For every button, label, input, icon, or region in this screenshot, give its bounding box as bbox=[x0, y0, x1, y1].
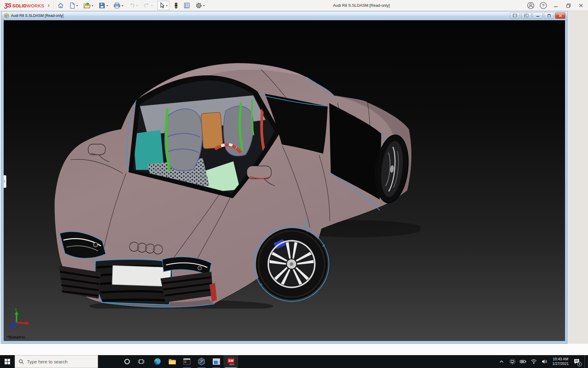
triad-x-label: x bbox=[31, 322, 33, 325]
settings-button[interactable] bbox=[195, 1, 205, 10]
clock-date: 1/27/2021 bbox=[552, 362, 569, 366]
pane-left-toggle-button[interactable] bbox=[510, 12, 520, 19]
app-window-title: Audi R8 S.SLDASM [Read-only] bbox=[333, 3, 390, 8]
pane-right-icon bbox=[524, 14, 528, 17]
options-list-icon bbox=[183, 2, 190, 9]
pane-right-toggle-button[interactable] bbox=[521, 12, 531, 19]
battery-charging-icon bbox=[520, 359, 526, 364]
taskbar-app-file-explorer[interactable] bbox=[165, 355, 179, 368]
display-connect-button[interactable] bbox=[508, 355, 516, 368]
performance-button[interactable] bbox=[173, 1, 179, 10]
print-dropdown[interactable] bbox=[122, 5, 123, 6]
car-wheel-front[interactable] bbox=[256, 229, 327, 299]
taskbar-app-command-prompt[interactable]: C:\ bbox=[179, 355, 194, 368]
restore-icon bbox=[566, 3, 571, 8]
print-button[interactable] bbox=[113, 1, 124, 10]
undo-dropdown[interactable] bbox=[136, 5, 138, 6]
doc-close-icon bbox=[559, 14, 562, 17]
wifi-button[interactable] bbox=[530, 355, 538, 368]
feature-manager-collapsed-tab[interactable] bbox=[4, 175, 6, 188]
car-front-grille[interactable] bbox=[95, 259, 172, 305]
pane-left-icon bbox=[513, 14, 517, 17]
graphics-viewport[interactable]: Y x *Dimetric bbox=[4, 20, 565, 341]
undo-button[interactable] bbox=[128, 1, 139, 10]
app-restore-button[interactable] bbox=[564, 2, 572, 10]
account-icon[interactable] bbox=[527, 2, 535, 10]
document-window-controls bbox=[510, 12, 565, 19]
select-tool-button[interactable] bbox=[157, 1, 169, 10]
redo-dropdown[interactable] bbox=[151, 5, 153, 6]
quick-toolbar bbox=[57, 0, 205, 11]
home-icon bbox=[57, 2, 64, 9]
battery-button[interactable] bbox=[519, 355, 527, 368]
doc-minimize-icon bbox=[536, 14, 540, 17]
redo-icon bbox=[143, 2, 150, 9]
windows-taskbar: C:\ SW bbox=[0, 355, 588, 368]
hidden-icons-button[interactable] bbox=[498, 355, 506, 368]
doc-restore-button[interactable] bbox=[544, 12, 554, 19]
feature-tab-dot-icon bbox=[4, 180, 5, 182]
document-window: Audi R8 S.SLDASM [Read-only] bbox=[1, 11, 567, 344]
select-dropdown[interactable] bbox=[166, 5, 168, 6]
taskbar-app-hexagon[interactable] bbox=[194, 355, 209, 368]
app-background-strip bbox=[0, 344, 588, 355]
undo-icon bbox=[129, 2, 135, 9]
action-center-button[interactable]: 1 bbox=[573, 355, 581, 368]
taskbar-app-window[interactable] bbox=[209, 355, 224, 368]
show-desktop-button[interactable] bbox=[585, 355, 586, 368]
search-icon bbox=[19, 359, 24, 364]
redo-button[interactable] bbox=[143, 1, 153, 10]
taskbar-app-edge[interactable] bbox=[150, 355, 165, 368]
app-background-gutter bbox=[568, 11, 588, 344]
app-titlebar: ƷS SOLID WORKS bbox=[0, 0, 588, 11]
task-view-icon bbox=[138, 359, 144, 364]
app-close-button[interactable] bbox=[577, 2, 585, 10]
orientation-triad[interactable]: Y x bbox=[9, 308, 34, 329]
task-view-button[interactable] bbox=[134, 355, 148, 368]
document-title: Audi R8 S.SLDASM [Read-only] bbox=[11, 13, 63, 18]
start-button[interactable] bbox=[0, 355, 15, 368]
svg-text:SW: SW bbox=[228, 359, 234, 362]
task-pane-button[interactable] bbox=[183, 1, 191, 10]
svg-text:2021: 2021 bbox=[229, 363, 235, 366]
volume-button[interactable] bbox=[541, 355, 548, 368]
taskbar-clock[interactable]: 10:43 AM 1/27/2021 bbox=[551, 357, 570, 366]
cortana-icon bbox=[124, 358, 130, 365]
taskbar-app-solidworks[interactable]: SW 2021 bbox=[224, 355, 238, 368]
select-cursor-icon bbox=[159, 2, 165, 9]
app-minimize-button[interactable] bbox=[552, 2, 560, 10]
search-input[interactable] bbox=[27, 359, 91, 364]
open-button[interactable] bbox=[83, 1, 94, 10]
solidworks-logo[interactable]: ƷS SOLID WORKS bbox=[0, 2, 44, 9]
new-document-button[interactable] bbox=[69, 1, 79, 10]
open-dropdown[interactable] bbox=[92, 5, 93, 6]
settings-dropdown[interactable] bbox=[203, 5, 205, 6]
save-button[interactable] bbox=[98, 1, 109, 10]
save-dropdown[interactable] bbox=[106, 5, 108, 6]
triad-y-label: Y bbox=[15, 308, 17, 312]
system-tray: 10:43 AM 1/27/2021 1 bbox=[498, 355, 586, 368]
menu-expand-arrow-icon[interactable] bbox=[47, 3, 51, 8]
traffic-light-icon bbox=[174, 2, 178, 9]
taskbar-search[interactable] bbox=[15, 355, 98, 368]
window-app-icon bbox=[213, 358, 220, 365]
new-document-dropdown[interactable] bbox=[76, 5, 78, 6]
chevron-up-icon bbox=[499, 360, 504, 363]
view-orientation-label: *Dimetric bbox=[7, 335, 25, 339]
svg-text:?: ? bbox=[542, 3, 545, 8]
cortana-button[interactable] bbox=[120, 355, 134, 368]
help-icon[interactable]: ? bbox=[539, 2, 547, 10]
doc-minimize-button[interactable] bbox=[533, 12, 543, 19]
speaker-icon bbox=[541, 359, 548, 364]
home-button[interactable] bbox=[57, 1, 65, 10]
document-titlebar[interactable]: Audi R8 S.SLDASM [Read-only] bbox=[2, 11, 567, 20]
doc-close-button[interactable] bbox=[555, 12, 565, 19]
print-icon bbox=[113, 2, 121, 9]
solidworks-logo-glyph: ƷS bbox=[4, 2, 11, 9]
display-connect-icon bbox=[509, 358, 515, 365]
minimize-icon bbox=[554, 3, 558, 8]
audi-r8-model[interactable] bbox=[50, 57, 420, 309]
doc-restore-icon bbox=[547, 14, 551, 17]
command-prompt-icon: C:\ bbox=[183, 358, 190, 365]
edge-icon bbox=[154, 358, 161, 365]
